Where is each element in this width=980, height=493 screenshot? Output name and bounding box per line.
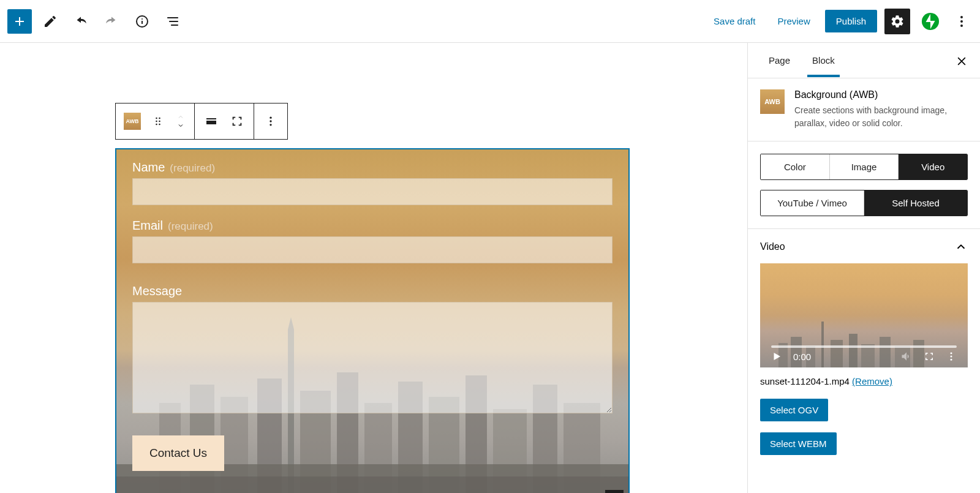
fullscreen-icon[interactable] [924, 351, 935, 362]
info-button[interactable] [130, 9, 154, 34]
pencil-icon [43, 14, 58, 29]
jetpack-icon [921, 12, 940, 31]
toolbar-right: Save draft Preview Publish [706, 9, 973, 34]
video-source-self-hosted[interactable]: Self Hosted [864, 190, 967, 216]
more-vertical-icon [265, 115, 277, 127]
name-required: (required) [170, 162, 215, 175]
sidebar-tabs: Page Block [748, 43, 980, 78]
contact-submit-button[interactable]: Contact Us [132, 435, 224, 471]
chevron-up-icon [954, 240, 968, 254]
contact-form: Name (required) Email (required) Message… [116, 149, 628, 493]
redo-button[interactable] [99, 9, 124, 34]
more-vertical-icon [954, 14, 969, 29]
align-button[interactable] [198, 108, 224, 134]
fullwidth-icon [230, 115, 244, 128]
video-panel: Video 0:00 [748, 229, 980, 477]
background-type-section: Color Image Video YouTube / Vimeo Self H… [748, 141, 980, 229]
block-card-desc: Create sections with background image, p… [794, 104, 968, 130]
video-progress[interactable] [771, 345, 957, 348]
svg-point-16 [270, 120, 271, 122]
svg-point-11 [156, 124, 157, 126]
undo-icon [73, 13, 89, 29]
publish-button[interactable]: Publish [825, 10, 877, 32]
svg-point-45 [951, 352, 952, 354]
tab-block[interactable]: Block [801, 44, 846, 77]
svg-point-7 [156, 118, 157, 119]
svg-rect-13 [206, 118, 216, 119]
more-options-button[interactable] [951, 9, 973, 34]
svg-point-15 [270, 117, 271, 119]
block-card-title: Background (AWB) [794, 89, 968, 100]
bg-type-video[interactable]: Video [899, 154, 967, 179]
block-more-button[interactable] [258, 108, 284, 134]
video-controls: 0:00 [760, 350, 968, 363]
video-panel-toggle[interactable]: Video [760, 240, 968, 254]
more-vertical-icon[interactable] [946, 351, 957, 362]
chevron-up-icon [175, 113, 186, 121]
select-ogv-button[interactable]: Select OGV [760, 399, 828, 421]
save-draft-button[interactable]: Save draft [706, 11, 763, 31]
bg-type-toggle: Color Image Video [760, 154, 968, 180]
settings-button[interactable] [884, 9, 910, 34]
email-required: (required) [168, 220, 213, 233]
top-toolbar: Save draft Preview Publish [0, 0, 980, 43]
block-type-button[interactable]: AWB [119, 108, 145, 134]
message-label: Message [132, 284, 612, 298]
video-time: 0:00 [793, 352, 811, 362]
video-remove-link[interactable]: (Remove) [852, 376, 892, 386]
info-icon [135, 14, 149, 29]
fullwidth-button[interactable] [224, 108, 250, 134]
email-input[interactable] [132, 236, 612, 263]
block-toolbar: AWB [115, 103, 288, 140]
svg-point-17 [270, 124, 271, 126]
sidebar-close-button[interactable] [953, 53, 970, 70]
preview-button[interactable]: Preview [770, 11, 817, 31]
close-icon [956, 55, 968, 67]
email-label: Email (required) [132, 219, 612, 233]
video-filename: sunset-111204-1.mp4 (Remove) [760, 376, 968, 386]
tab-page[interactable]: Page [758, 44, 801, 77]
undo-button[interactable] [69, 9, 93, 34]
svg-point-47 [951, 359, 952, 361]
list-view-button[interactable] [160, 9, 185, 34]
background-block[interactable]: Name (required) Email (required) Message… [115, 148, 630, 493]
jetpack-button[interactable] [918, 9, 943, 34]
svg-point-10 [159, 121, 160, 122]
settings-sidebar: Page Block AWB Background (AWB) Create s… [747, 43, 980, 493]
toolbar-left [7, 9, 185, 34]
svg-point-5 [960, 20, 963, 23]
name-label: Name (required) [132, 160, 612, 175]
bg-type-image[interactable]: Image [830, 154, 899, 179]
svg-point-12 [159, 124, 160, 126]
select-webm-button[interactable]: Select WEBM [760, 432, 837, 455]
svg-point-46 [951, 356, 952, 358]
video-source-youtube[interactable]: YouTube / Vimeo [761, 190, 864, 216]
svg-point-9 [156, 121, 157, 122]
bg-type-color[interactable]: Color [761, 154, 830, 179]
drag-icon [152, 115, 164, 127]
redo-icon [104, 13, 119, 29]
video-preview[interactable]: 0:00 [760, 263, 968, 367]
chevron-down-icon [175, 122, 186, 129]
align-icon [204, 114, 219, 129]
add-block-button[interactable] [7, 9, 32, 34]
svg-point-6 [960, 24, 963, 27]
name-input[interactable] [132, 178, 612, 205]
move-up-button[interactable] [175, 113, 186, 121]
drag-handle[interactable] [145, 108, 171, 134]
block-append-button[interactable] [605, 490, 624, 493]
svg-point-8 [159, 118, 160, 119]
move-down-button[interactable] [175, 122, 186, 129]
play-icon[interactable] [771, 351, 782, 362]
video-source-toggle: YouTube / Vimeo Self Hosted [760, 190, 968, 216]
awb-block-icon: AWB [760, 89, 785, 114]
video-panel-title: Video [760, 241, 785, 252]
main-area: AWB [0, 43, 980, 493]
edit-mode-button[interactable] [38, 9, 62, 34]
volume-icon[interactable] [900, 350, 913, 363]
message-textarea[interactable] [132, 302, 612, 413]
svg-point-2 [141, 18, 143, 20]
svg-point-4 [960, 16, 963, 18]
gear-icon [890, 14, 905, 29]
list-view-icon [165, 14, 180, 29]
